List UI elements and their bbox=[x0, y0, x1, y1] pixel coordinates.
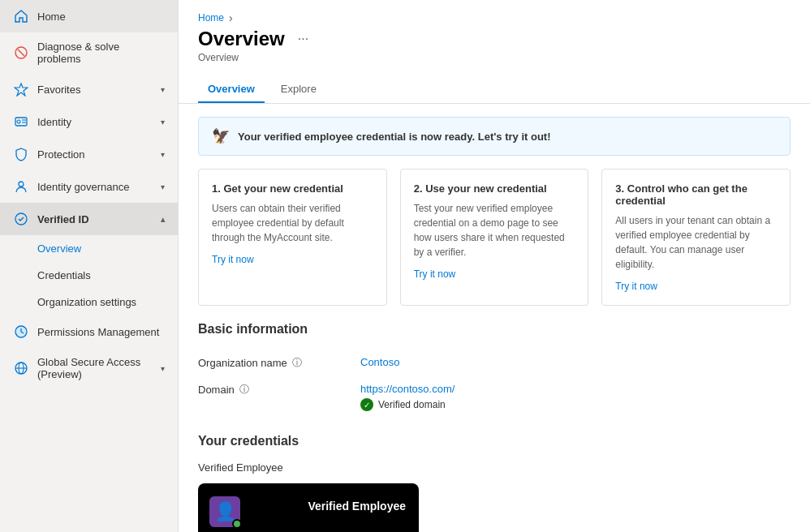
user-icon: 👤 bbox=[214, 501, 236, 522]
sidebar-item-identity-governance-label: Identity governance bbox=[37, 181, 129, 193]
global-secure-chevron: ▾ bbox=[161, 364, 165, 373]
sidebar-item-verified-id-label: Verified ID bbox=[37, 213, 89, 225]
favorites-chevron: ▾ bbox=[161, 85, 165, 94]
svg-point-7 bbox=[19, 182, 24, 187]
verified-id-icon bbox=[13, 211, 29, 227]
verified-check-icon: ✓ bbox=[360, 398, 373, 411]
sidebar-item-favorites-label: Favorites bbox=[37, 84, 80, 96]
tab-explore[interactable]: Explore bbox=[271, 76, 326, 103]
verified-domain-row: ✓ Verified domain bbox=[360, 398, 455, 411]
sidebar-item-identity-label: Identity bbox=[37, 116, 71, 128]
org-name-help-icon[interactable]: ⓘ bbox=[292, 356, 302, 370]
card-2-title: 2. Use your new credential bbox=[414, 182, 575, 195]
credential-type-label: Verified Employee bbox=[198, 461, 791, 474]
sidebar-item-global-secure-label: Global Secure Access (Preview) bbox=[37, 356, 153, 380]
sidebar-item-identity[interactable]: Identity ▾ bbox=[0, 105, 178, 138]
verified-id-chevron: ▴ bbox=[161, 215, 165, 224]
sidebar-sub-item-org-settings[interactable]: Organization settings bbox=[0, 289, 178, 315]
identity-governance-icon bbox=[13, 178, 29, 195]
global-icon bbox=[13, 360, 29, 376]
sidebar-item-home[interactable]: Home bbox=[0, 0, 178, 32]
sidebar-item-verified-id[interactable]: Verified ID ▴ bbox=[0, 203, 178, 235]
org-name-value: Contoso bbox=[360, 356, 399, 368]
tab-bar: Overview Explore bbox=[179, 68, 810, 104]
identity-icon bbox=[13, 114, 29, 130]
sidebar-item-diagnose-label: Diagnose & solve problems bbox=[37, 41, 165, 65]
sidebar-item-permissions[interactable]: Permissions Management bbox=[0, 315, 178, 348]
domain-link[interactable]: https://contoso.com/ bbox=[360, 383, 455, 395]
sidebar-sub-item-credentials-label: Credentials bbox=[37, 269, 91, 281]
basic-info-title: Basic information bbox=[198, 322, 791, 337]
protection-icon bbox=[13, 146, 29, 162]
more-options-button[interactable]: ··· bbox=[293, 30, 313, 48]
card-1-title: 1. Get your new credential bbox=[212, 182, 373, 195]
green-dot-indicator bbox=[232, 519, 242, 529]
permissions-icon bbox=[13, 324, 29, 340]
svg-marker-2 bbox=[15, 84, 28, 96]
page-subtitle: Overview bbox=[179, 50, 810, 63]
sidebar-item-favorites[interactable]: Favorites ▾ bbox=[0, 73, 178, 105]
card-2-try-now-link[interactable]: Try it now bbox=[414, 268, 456, 280]
sidebar-item-home-label: Home bbox=[37, 11, 66, 23]
card-control-credential: 3. Control who can get the credential Al… bbox=[601, 169, 791, 306]
cards-container: 1. Get your new credential Users can obt… bbox=[198, 169, 791, 306]
diagnose-icon bbox=[13, 45, 29, 61]
page-header: Overview ··· bbox=[179, 24, 810, 50]
sidebar-sub-item-credentials[interactable]: Credentials bbox=[0, 262, 178, 289]
svg-line-1 bbox=[18, 49, 24, 56]
sidebar-item-diagnose[interactable]: Diagnose & solve problems bbox=[0, 32, 178, 73]
card-3-try-now-link[interactable]: Try it now bbox=[615, 281, 657, 292]
domain-value: https://contoso.com/ ✓ Verified domain bbox=[360, 383, 455, 411]
protection-chevron: ▾ bbox=[161, 150, 165, 159]
sidebar-item-permissions-label: Permissions Management bbox=[37, 326, 159, 338]
star-icon bbox=[13, 81, 29, 97]
credential-card-icon: 👤 bbox=[209, 496, 240, 527]
banner-icon: 🦅 bbox=[212, 127, 230, 145]
sidebar-item-global-secure[interactable]: Global Secure Access (Preview) ▾ bbox=[0, 348, 178, 388]
sidebar-item-identity-governance[interactable]: Identity governance ▾ bbox=[0, 170, 178, 203]
card-3-title: 3. Control who can get the credential bbox=[615, 182, 777, 207]
tab-overview[interactable]: Overview bbox=[198, 76, 265, 103]
domain-label: Domain ⓘ bbox=[198, 383, 344, 397]
card-2-text: Test your new verified employee credenti… bbox=[414, 201, 575, 260]
info-row-domain: Domain ⓘ https://contoso.com/ ✓ Verified… bbox=[198, 376, 791, 418]
credentials-section: Your credentials Verified Employee 👤 Ver… bbox=[198, 434, 791, 532]
credentials-title: Your credentials bbox=[198, 434, 771, 448]
sidebar: Home Diagnose & solve problems Favorites… bbox=[0, 0, 179, 532]
sidebar-sub-item-overview-label: Overview bbox=[37, 242, 81, 255]
basic-info-table: Organization name ⓘ Contoso Domain ⓘ htt… bbox=[198, 350, 791, 418]
credential-card: 👤 Verified Employee Contoso bbox=[198, 483, 419, 532]
sidebar-item-protection-label: Protection bbox=[37, 148, 85, 161]
breadcrumb: Home › bbox=[179, 0, 810, 24]
credential-ready-banner: 🦅 Your verified employee credential is n… bbox=[198, 117, 791, 156]
identity-chevron: ▾ bbox=[161, 118, 165, 127]
card-1-text: Users can obtain their verified employee… bbox=[212, 201, 373, 245]
domain-help-icon[interactable]: ⓘ bbox=[239, 383, 249, 397]
sidebar-sub-item-org-settings-label: Organization settings bbox=[37, 296, 136, 308]
card-3-text: All users in your tenant can obtain a ve… bbox=[615, 213, 777, 272]
card-1-try-now-link[interactable]: Try it now bbox=[212, 254, 254, 265]
sidebar-item-protection[interactable]: Protection ▾ bbox=[0, 138, 178, 170]
breadcrumb-separator: › bbox=[229, 11, 233, 24]
main-content: Home › Overview ··· Overview Overview Ex… bbox=[179, 0, 810, 532]
svg-point-4 bbox=[17, 120, 20, 123]
page-title: Overview bbox=[198, 28, 285, 50]
banner-text: Your verified employee credential is now… bbox=[238, 131, 551, 143]
breadcrumb-home[interactable]: Home bbox=[198, 12, 224, 24]
card-get-credential: 1. Get your new credential Users can obt… bbox=[198, 169, 387, 306]
credential-card-name: Verified Employee bbox=[308, 500, 406, 513]
home-icon bbox=[13, 8, 29, 24]
card-use-credential: 2. Use your new credential Test your new… bbox=[400, 169, 589, 306]
identity-governance-chevron: ▾ bbox=[161, 182, 165, 191]
sidebar-sub-item-overview[interactable]: Overview bbox=[0, 235, 178, 262]
info-row-org-name: Organization name ⓘ Contoso bbox=[198, 350, 791, 376]
org-name-label: Organization name ⓘ bbox=[198, 356, 344, 370]
